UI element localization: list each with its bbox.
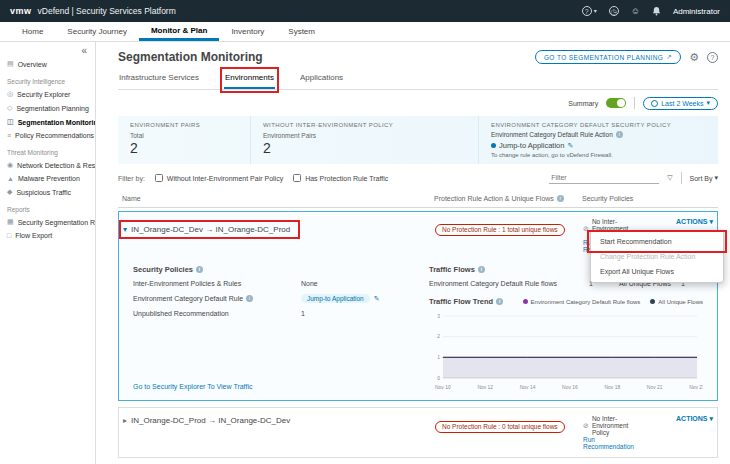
tab-applications[interactable]: Applications — [299, 71, 344, 89]
page-title: Segmentation Monitoring — [118, 50, 263, 64]
help-circle-icon[interactable]: ? — [707, 52, 718, 63]
svg-text:Nov 10: Nov 10 — [435, 384, 451, 390]
time-range-selector[interactable]: Last 2 Weeks ▾ — [643, 97, 718, 110]
row-name-prod-to-dev[interactable]: ▸ IN_Orange-DC_Prod → IN_Orange-DC_Dev — [123, 415, 435, 426]
nav-monitor-and-plan[interactable]: Monitor & Plan — [139, 22, 219, 41]
checkbox-without-inter-env-policy[interactable]: Without Inter-Environment Pair Policy — [155, 174, 283, 182]
app-title: vDefend | Security Services Platform — [38, 6, 176, 16]
sidebar-item-security-explorer[interactable]: ◎ Security Explorer — [0, 87, 95, 101]
svg-text:3: 3 — [437, 313, 440, 319]
sidebar-item-segmentation-monitoring[interactable]: ◫ Segmentation Monitoring — [0, 115, 95, 129]
svg-text:Nov 18: Nov 18 — [604, 384, 620, 390]
edit-pencil-icon[interactable]: ✎ — [567, 142, 573, 150]
summary-band: ENVIRONMENT PAIRS Total 2 WITHOUT INTER-… — [118, 116, 718, 164]
column-name: Name — [122, 195, 434, 202]
actions-dropdown-row2[interactable]: ACTIONS ▾ — [643, 415, 713, 423]
column-protection-rule: Protection Rule Action & Unique Flows i — [434, 195, 582, 202]
nav-home[interactable]: Home — [10, 22, 55, 41]
security-policies-cell: ⊘ No Inter-Environment Policy Run Recomm… — [583, 415, 643, 450]
header-actions: ?▾ ◷ ☺ Administrator — [582, 6, 720, 16]
protection-rule-badge: No Protection Rule : 1 total unique flow… — [435, 224, 565, 236]
filter-funnel-icon[interactable]: ▽ — [667, 174, 672, 182]
malware-prevention-icon: ▲ — [7, 175, 14, 182]
chevron-down-icon[interactable]: ▾ — [123, 225, 127, 234]
svg-text:Nov 12: Nov 12 — [477, 384, 493, 390]
activity-icon[interactable]: ◷ — [609, 6, 619, 16]
without-policy-value: 2 — [263, 140, 466, 156]
info-icon: i — [496, 298, 503, 305]
menu-item-start-recommendation[interactable]: Start Recommendation — [591, 234, 723, 249]
row-name-dev-to-prod[interactable]: ▾ IN_Orange-DC_Dev → IN_Orange-DC_Prod — [123, 224, 296, 235]
chevron-right-icon[interactable]: ▸ — [123, 416, 127, 425]
legend-dot-all-flows — [650, 299, 655, 304]
nav-security-journey[interactable]: Security Journey — [55, 22, 139, 41]
info-icon: i — [616, 131, 623, 138]
chevron-down-icon: ▾ — [714, 174, 718, 182]
chevron-down-icon: ▾ — [594, 6, 597, 16]
sidebar-item-policy-recommendations[interactable]: ≡ Policy Recommendations — [0, 129, 95, 142]
run-recommendation-link[interactable]: Run Recommendation — [583, 436, 634, 450]
environment-pairs-sub: Total — [130, 132, 238, 139]
legend-dot-default-rule — [523, 299, 528, 304]
username[interactable]: Administrator — [673, 7, 720, 16]
column-security-policies: Security Policies — [582, 195, 644, 202]
menu-item-export-all-unique-flows[interactable]: Export All Unique Flows — [591, 264, 723, 279]
checkbox-icon — [155, 174, 163, 182]
default-security-policy-title: ENVIRONMENT CATEGORY DEFAULT SECURITY PO… — [491, 122, 706, 128]
summary-label: Summary — [568, 100, 598, 107]
gear-icon[interactable]: ⚙ — [689, 51, 699, 64]
vdefend-app: vmw vDefend | Security Services Platform… — [0, 0, 730, 464]
default-rule-flows-label: Environment Category Default Rule flows — [429, 280, 589, 287]
without-policy-sub: Environment Pairs — [263, 132, 466, 139]
sidebar-item-malware-prevention[interactable]: ▲ Malware Prevention — [0, 172, 95, 185]
help-icon[interactable]: ?▾ — [582, 6, 597, 16]
go-to-segmentation-planning-button[interactable]: GO TO SEGMENTATION PLANNING ↗ — [535, 50, 681, 64]
sidebar-group-reports: Reports — [0, 199, 95, 215]
svg-text:0: 0 — [437, 375, 440, 381]
tab-environments[interactable]: Environments — [224, 71, 275, 89]
segmentation-monitoring-icon: ◫ — [7, 118, 14, 126]
overview-icon: ▤ — [7, 60, 14, 68]
chevron-down-icon: ▾ — [709, 218, 713, 225]
info-icon: i — [478, 266, 485, 273]
sidebar-item-security-segmentation-report[interactable]: ▦ Security Segmentation R... — [0, 215, 95, 229]
sidebar-item-network-detection[interactable]: ◉ Network Detection & Res... — [0, 158, 95, 172]
sort-by-dropdown[interactable]: Sort By ▾ — [690, 174, 718, 182]
go-to-security-explorer-link[interactable]: Go to Security Explorer To View Traffic — [133, 383, 429, 392]
external-link-icon: ↗ — [666, 53, 672, 61]
sidebar-item-segmentation-planning[interactable]: ◇ Segmentation Planning — [0, 101, 95, 115]
checkbox-has-protection-rule-traffic[interactable]: Has Protection Rule Traffic — [293, 174, 388, 182]
segmentation-planning-icon: ◇ — [7, 104, 12, 112]
field-inter-env-policies: Inter-Environment Policies & Rules — [133, 280, 301, 287]
without-policy-title: WITHOUT INTER-ENVIRONMENT POLICY — [263, 122, 466, 128]
bell-icon[interactable] — [652, 6, 661, 16]
environment-pair-row-collapsed: ▸ IN_Orange-DC_Prod → IN_Orange-DC_Dev N… — [118, 407, 718, 458]
tabs: Infrastructure Services Environments App… — [118, 71, 718, 90]
traffic-flows-detail: Traffic Flows i Environment Category Def… — [429, 265, 703, 392]
user-icon[interactable]: ☺ — [631, 6, 640, 16]
sidebar-item-flow-export[interactable]: □ Flow Export — [0, 229, 95, 242]
security-policies-detail: Security Policies i Inter-Environment Po… — [133, 265, 429, 392]
traffic-flow-trend-chart: 0123Nov 10Nov 12Nov 14Nov 16Nov 18Nov 21… — [429, 308, 703, 392]
status-dot — [491, 143, 496, 148]
edit-pencil-icon[interactable]: ✎ — [374, 295, 380, 303]
sidebar-item-suspicious-traffic[interactable]: ◆ Suspicious Traffic — [0, 185, 95, 199]
filter-by-label: Filter by: — [118, 175, 145, 182]
environment-pairs-title: ENVIRONMENT PAIRS — [130, 122, 238, 128]
nav-inventory[interactable]: Inventory — [219, 22, 276, 41]
field-unpublished-recommendation: Unpublished Recommendation — [133, 310, 301, 317]
menu-item-change-protection-rule-action: Change Protection Rule Action — [591, 249, 723, 264]
sidebar-item-overview[interactable]: ▤ Overview — [0, 57, 95, 71]
actions-dropdown-row1[interactable]: ACTIONS ▾ — [643, 218, 713, 226]
environment-pairs-value: 2 — [130, 140, 238, 156]
filter-input[interactable] — [549, 172, 659, 184]
vmware-logo: vmw — [10, 6, 32, 16]
tab-infrastructure-services[interactable]: Infrastructure Services — [118, 71, 200, 89]
sidebar-collapse-icon[interactable]: « — [0, 42, 95, 57]
info-icon: i — [246, 295, 253, 302]
network-detection-icon: ◉ — [7, 161, 13, 169]
nav-system[interactable]: System — [276, 22, 327, 41]
svg-text:Nov 14: Nov 14 — [520, 384, 536, 390]
security-explorer-icon: ◎ — [7, 90, 13, 98]
summary-toggle[interactable] — [606, 98, 626, 108]
